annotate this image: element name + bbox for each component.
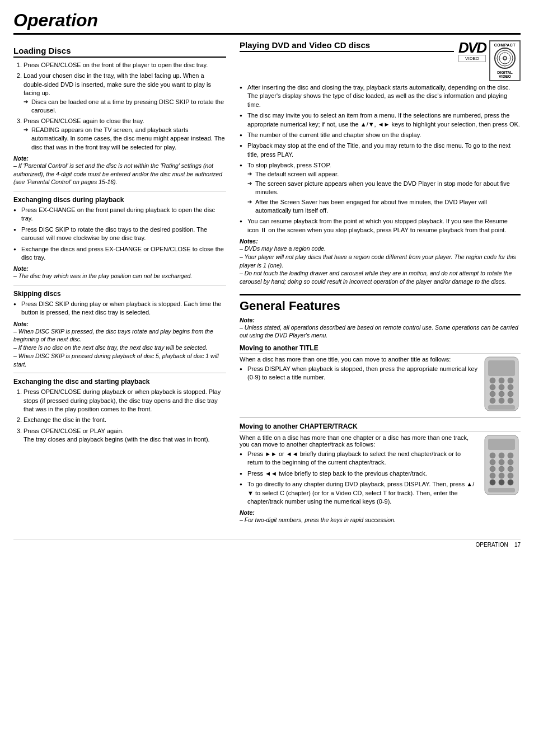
note-block: Notes: – DVDs may have a region code. – … (240, 238, 521, 285)
svg-point-10 (508, 378, 513, 383)
list-item: Press OPEN/CLOSE during playback or when… (24, 388, 226, 414)
moving-title-text-area: When a disc has more than one title, you… (240, 356, 478, 413)
page-footer: OPERATION 17 (13, 539, 521, 548)
exchanging-and-starting-title: Exchanging the disc and starting playbac… (13, 378, 226, 386)
svg-point-33 (499, 473, 504, 478)
dvd-logo: DVD (458, 40, 486, 55)
svg-point-35 (490, 480, 495, 485)
svg-point-27 (499, 459, 504, 465)
list-item: You can resume playback from the point a… (240, 217, 521, 234)
note-text: – If 'Parental Control' is set and the d… (13, 162, 226, 186)
note-text: – The disc tray which was in the play po… (13, 272, 226, 280)
list-item: Press ◄◄ twice briefly to step back to t… (240, 469, 478, 478)
list-item: The number of the current title and chap… (240, 131, 521, 139)
svg-point-37 (508, 480, 513, 485)
moving-chapter-list: Press ►► or ◄◄ briefly during playback t… (240, 450, 478, 506)
footer-label: OPERATION (476, 542, 508, 548)
moving-title-content: When a disc has more than one title, you… (240, 356, 521, 413)
svg-point-18 (499, 398, 504, 403)
list-item: Press OPEN/CLOSE on the front of the pla… (24, 61, 226, 69)
remote-svg-title (483, 356, 521, 412)
list-item: Load your chosen disc in the tray, with … (24, 72, 226, 115)
disc-svg (494, 47, 516, 69)
list-item: Press DISPLAY when playback is stopped, … (240, 365, 478, 382)
note-label: Note: (240, 509, 255, 516)
svg-point-28 (508, 459, 513, 465)
svg-point-9 (499, 378, 504, 383)
moving-title-description: When a disc has more than one title, you… (240, 356, 478, 363)
note-text: – Unless stated, all operations describe… (240, 323, 521, 340)
playing-dvd-list: After inserting the disc and closing the… (240, 83, 521, 234)
remote-svg-chapter (483, 434, 521, 496)
svg-point-26 (490, 459, 495, 465)
general-features-title: General Features (240, 299, 521, 313)
list-item: To stop playback, press STOP. The defaul… (240, 161, 521, 215)
notes-text: – DVDs may have a region code. – Your pl… (240, 245, 521, 285)
svg-point-14 (490, 391, 495, 397)
svg-point-12 (499, 384, 504, 390)
dvd-header: Playing DVD and Video CD discs DVD VIDEO… (240, 40, 521, 81)
arrow-note: The screen saver picture appears when yo… (247, 180, 521, 197)
note-text: – When DISC SKIP is pressed, the disc tr… (13, 327, 226, 368)
arrow-note: Discs can be loaded one at a time by pre… (24, 98, 226, 115)
note-block: Note: – If 'Parental Control' is set and… (13, 155, 226, 186)
svg-point-16 (508, 391, 513, 397)
note-text: – For two-digit numbers, press the keys … (240, 516, 478, 524)
moving-chapter-content: When a title on a disc has more than one… (240, 434, 521, 528)
dvd-logos: DVD VIDEO COMPACT DIGITAL (458, 40, 521, 81)
general-features-section: General Features Note: – Unless stated, … (240, 294, 521, 528)
notes-label: Notes: (240, 238, 258, 245)
list-item: Press EX-CHANGE on the front panel durin… (13, 206, 226, 223)
svg-point-32 (490, 473, 495, 478)
note-block: Note: – Unless stated, all operations de… (240, 317, 521, 340)
svg-point-17 (490, 398, 495, 403)
remote-control-image-chapter (483, 434, 521, 528)
list-item: To go directly to any chapter during DVD… (240, 480, 478, 506)
moving-title-heading: Moving to another TITLE (240, 344, 521, 354)
list-item: Press OPEN/CLOSE or PLAY again. The tray… (24, 427, 226, 444)
moving-chapter-heading: Moving to another CHAPTER/TRACK (240, 422, 521, 432)
list-item: Press OPEN/CLOSE again to close the tray… (24, 117, 226, 152)
footer-page: 17 (514, 542, 521, 548)
skipping-discs-title: Skipping discs (13, 290, 226, 298)
note-block: Note: – When DISC SKIP is pressed, the d… (13, 321, 226, 368)
note-label: Note: (13, 155, 29, 162)
list-item: Press ►► or ◄◄ briefly during playback t… (240, 450, 478, 467)
svg-point-8 (490, 378, 495, 383)
arrow-note: The default screen will appear. (247, 170, 521, 179)
svg-point-13 (508, 384, 513, 390)
svg-rect-7 (488, 360, 515, 376)
list-item: Playback may stop at the end of the Titl… (240, 142, 521, 159)
exchanging-discs-title: Exchanging discs during playback (13, 196, 226, 204)
moving-title-list: Press DISPLAY when playback is stopped, … (240, 365, 478, 382)
page-title: Operation (13, 10, 521, 35)
svg-rect-22 (488, 439, 515, 450)
svg-point-19 (508, 398, 513, 403)
svg-point-15 (499, 391, 504, 397)
svg-point-30 (499, 466, 504, 472)
svg-point-34 (508, 473, 513, 478)
svg-point-29 (490, 466, 495, 472)
list-item: Exchange the disc in the front. (24, 416, 226, 424)
moving-chapter-section: Moving to another CHAPTER/TRACK When a t… (240, 422, 521, 528)
note-label: Note: (13, 265, 29, 272)
note-block: Note: – The disc tray which was in the p… (13, 265, 226, 280)
remote-control-image-title (483, 356, 521, 413)
compact-disc-logo: COMPACT DIGITAL VIDEO (489, 40, 521, 81)
list-item: Press DISC SKIP to rotate the disc trays… (13, 226, 226, 243)
svg-rect-20 (488, 405, 515, 410)
svg-point-11 (490, 384, 495, 390)
compact-label: COMPACT (492, 43, 518, 47)
skipping-discs-list: Press DISC SKIP during play or when play… (13, 300, 226, 317)
svg-point-25 (508, 453, 513, 458)
arrow-note: READING appears on the TV screen, and pl… (24, 126, 226, 152)
svg-point-36 (499, 480, 504, 485)
left-column: Loading Discs Press OPEN/CLOSE on the fr… (13, 40, 226, 528)
list-item: After inserting the disc and closing the… (240, 83, 521, 109)
list-item: Exchange the discs and press EX-CHANGE o… (13, 245, 226, 262)
exchanging-starting-list: Press OPEN/CLOSE during playback or when… (13, 388, 226, 444)
right-column: Playing DVD and Video CD discs DVD VIDEO… (240, 40, 521, 528)
svg-point-23 (490, 453, 495, 458)
svg-rect-38 (488, 488, 515, 492)
note-label: Note: (240, 317, 255, 323)
